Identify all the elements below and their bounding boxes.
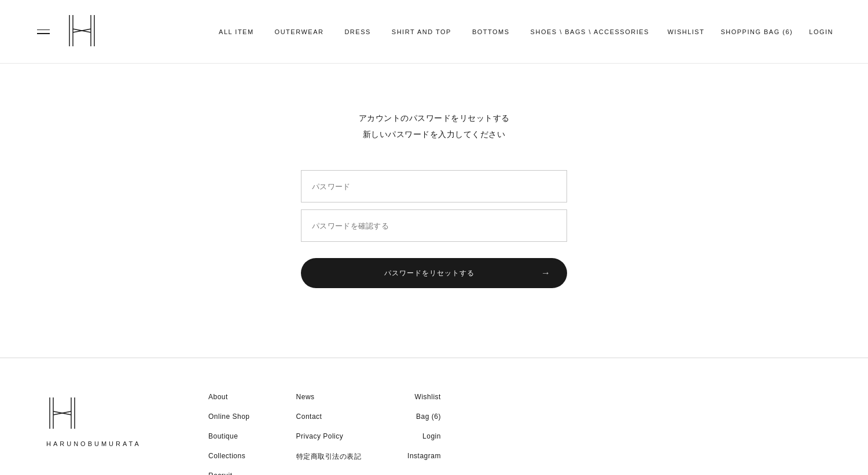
footer-logo: HARUNOBUMURATA: [46, 393, 174, 447]
footer-col-1: About Online Shop Boutique Collections R…: [208, 393, 250, 475]
nav-shoes-bags[interactable]: SHOES \ BAGS \ ACCESSORIES: [531, 28, 649, 35]
footer-contact[interactable]: Contact: [296, 413, 362, 421]
footer-news[interactable]: News: [296, 393, 362, 401]
footer-instagram[interactable]: Instagram: [407, 452, 441, 460]
submit-label: パスワードをリセットする: [317, 268, 541, 278]
footer-bag[interactable]: Bag (6): [416, 413, 441, 421]
heading-line2: 新しいパスワードを入力してください: [359, 126, 510, 142]
site-logo[interactable]: [66, 10, 98, 53]
site-footer: HARUNOBUMURATA About Online Shop Boutiqu…: [0, 358, 868, 475]
wishlist-link[interactable]: WISHLIST: [667, 28, 704, 35]
footer-online-shop[interactable]: Online Shop: [208, 413, 250, 421]
footer-about[interactable]: About: [208, 393, 250, 401]
footer-tokutei[interactable]: 特定商取引法の表記: [296, 452, 362, 462]
footer-col-2: News Contact Privacy Policy 特定商取引法の表記: [296, 393, 362, 475]
footer-wishlist[interactable]: Wishlist: [415, 393, 441, 401]
footer-boutique[interactable]: Boutique: [208, 432, 250, 440]
heading-line1: アカウントのパスワードをリセットする: [359, 110, 510, 126]
main-navigation: ALL ITEM OUTERWEAR DRESS SHIRT AND TOP B…: [219, 28, 649, 35]
page-description: アカウントのパスワードをリセットする 新しいパスワードを入力してください: [359, 110, 510, 142]
arrow-icon: →: [541, 268, 551, 278]
password-input[interactable]: [301, 170, 567, 202]
confirm-password-input[interactable]: [301, 209, 567, 242]
header-left: [35, 10, 98, 53]
footer-privacy[interactable]: Privacy Policy: [296, 432, 362, 440]
nav-bottoms[interactable]: BOTTOMS: [472, 28, 510, 35]
footer-login[interactable]: Login: [422, 432, 441, 440]
header-right: WISHLIST SHOPPING BAG (6) LOGIN: [667, 28, 833, 35]
site-header: ALL ITEM OUTERWEAR DRESS SHIRT AND TOP B…: [0, 0, 868, 64]
footer-brand-name: HARUNOBUMURATA: [46, 440, 141, 447]
main-content: アカウントのパスワードをリセットする 新しいパスワードを入力してください パスワ…: [0, 64, 868, 358]
shopping-bag-link[interactable]: SHOPPING BAG (6): [720, 28, 793, 35]
nav-all-item[interactable]: ALL ITEM: [219, 28, 254, 35]
login-link[interactable]: LOGIN: [809, 28, 833, 35]
submit-button[interactable]: パスワードをリセットする →: [301, 258, 567, 288]
footer-col-3: Wishlist Bag (6) Login Instagram: [407, 393, 441, 475]
nav-outerwear[interactable]: OUTERWEAR: [275, 28, 324, 35]
footer-recruit[interactable]: Recruit: [208, 472, 250, 475]
nav-shirt-and-top[interactable]: SHIRT AND TOP: [392, 28, 451, 35]
hamburger-menu[interactable]: [35, 27, 52, 36]
footer-links: About Online Shop Boutique Collections R…: [208, 393, 822, 475]
reset-password-form: パスワードをリセットする →: [301, 170, 567, 288]
nav-dress[interactable]: DRESS: [344, 28, 370, 35]
footer-collections[interactable]: Collections: [208, 452, 250, 460]
